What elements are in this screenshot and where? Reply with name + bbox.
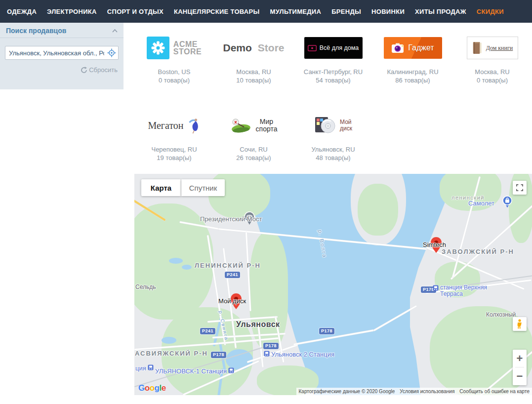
dancer-icon — [188, 117, 201, 134]
vendor-logo-gadget[interactable]: Гаджет — [373, 35, 452, 61]
map-label-ulyanovsk1-station: УЛЬЯНОВСК-1 Станция — [155, 367, 234, 375]
attribution-report-link[interactable]: Сообщить об ошибке на карте — [459, 389, 530, 394]
seller-search-panel: Поиск продавцов — [0, 23, 123, 89]
seller-search-body: Сбросить — [0, 38, 123, 74]
pond — [182, 265, 192, 270]
vendor-card-vsyo-dlya-doma: Всё для дома Санкт-Петрбург, RU 54 товар… — [293, 23, 373, 84]
pegman-control[interactable] — [513, 317, 527, 331]
map-label-kolkhozny: Колхозный — [486, 311, 516, 318]
map-label-station-cut: ция — [135, 364, 154, 372]
vendor-logo-text: Мир — [256, 118, 278, 125]
vendor-location: Москва, RU — [452, 68, 532, 76]
vendor-location: Череповец, RU — [134, 145, 214, 154]
road-badge-p178: P178 — [211, 352, 226, 358]
nav-item-stationery[interactable]: КАНЦЕЛЯРСКИЕ ТОВАРЫ — [174, 8, 260, 15]
nav-item-electronics[interactable]: ЭЛЕКТРОНИКА — [47, 8, 97, 15]
map-label-moy-disk: Мой диск — [218, 297, 246, 305]
map-type-satellite-button[interactable]: Спутник — [181, 179, 225, 196]
road-badge-p178: P178 — [319, 328, 334, 334]
map-label-ulyanovsk-city: Ульяновск — [236, 320, 280, 329]
vendor-logo-text: спорта — [256, 125, 278, 133]
nav-item-bestsellers[interactable]: ХИТЫ ПРОДАЖ — [415, 8, 466, 15]
vendor-logo-dom-knigi[interactable]: Дом книги — [452, 35, 532, 61]
riverbank-green — [249, 233, 288, 349]
vendor-location: Boston, US — [134, 68, 214, 76]
reset-label: Сбросить — [89, 66, 118, 74]
zoom-in-button[interactable]: + — [513, 350, 527, 367]
train-station-icon — [264, 351, 270, 357]
tv-icon — [308, 45, 317, 51]
vendor-logo-acme[interactable]: ACME STORE — [134, 35, 214, 61]
book-icon — [472, 40, 483, 55]
station-label-text: ция — [135, 364, 146, 372]
google-letter: g — [155, 383, 160, 393]
nav-item-sport[interactable]: СПОРТ И ОТДЫХ — [107, 8, 164, 15]
nav-item-brands[interactable]: БРЕНДЫ — [331, 8, 361, 15]
map-type-map-button[interactable]: Карта — [141, 179, 181, 196]
acme-star-icon — [147, 37, 169, 59]
vendor-location: Санкт-Петрбург, RU — [293, 68, 373, 76]
google-logo[interactable]: Google — [138, 383, 166, 393]
map-label-seld: Сельдь — [135, 283, 156, 290]
attribution-copyright: Картографические данные © 2020 Google — [299, 389, 395, 394]
camera-icon — [391, 43, 404, 53]
samolet-store-marker-icon[interactable] — [502, 196, 513, 209]
google-letter: o — [145, 383, 150, 393]
vendor-logo-megaton[interactable]: Мегатон — [134, 113, 214, 138]
nav-item-clothes[interactable]: ОДЕЖДА — [7, 8, 37, 15]
google-map[interactable]: P241 P241 P178 P178 P178 P178 Президентс… — [134, 174, 532, 395]
vendor-logo-demo-store[interactable]: DemoStore — [214, 35, 293, 61]
nav-item-discounts[interactable]: СКИДКИ — [477, 8, 504, 15]
vendor-card-gadget: Гаджет Калининград, RU 86 товар(ы) — [373, 23, 452, 84]
vendor-location: Сочи, RU — [214, 145, 293, 154]
vendor-product-count: 86 товар(ы) — [373, 76, 452, 84]
map-label-zasviyazhsky-district: АСВИЯЖСКИЙ Р-Н — [135, 350, 208, 357]
map-type-control: Карта Спутник — [141, 179, 225, 196]
vendor-logo-text: Demo — [223, 42, 251, 54]
sport-bag-icon — [230, 118, 252, 133]
geolocate-icon[interactable] — [107, 48, 116, 57]
vendor-logo-moy-disk[interactable]: Мой диск — [293, 113, 373, 138]
map-label-samolet: Самолет — [468, 200, 494, 207]
road-badge-p241: P241 — [225, 272, 240, 278]
vendor-product-count: 0 товар(ы) — [452, 76, 532, 84]
train-station-icon — [148, 364, 154, 370]
map-attribution: Картографические данные © 2020 Google Ус… — [296, 388, 532, 395]
vendor-card-moy-disk: Мой диск Ульяновск, RU 48 товар(ы) — [293, 84, 373, 162]
attribution-terms-link[interactable]: Условия использования — [400, 389, 454, 394]
fullscreen-button[interactable] — [513, 181, 527, 195]
vendor-logo-text: диск — [340, 125, 352, 132]
vendor-logo-vsyo-dlya-doma[interactable]: Всё для дома — [293, 35, 373, 61]
vendor-product-count: 54 товар(ы) — [293, 76, 373, 84]
seller-search-header: Поиск продавцов — [0, 23, 123, 38]
road-badge-p178: P178 — [263, 343, 279, 349]
vendor-logo-mir-sporta[interactable]: Мир спорта — [214, 113, 293, 138]
island-park — [358, 184, 398, 236]
zoom-out-button[interactable]: − — [513, 367, 527, 385]
train-station-icon — [228, 367, 234, 373]
fullscreen-icon — [516, 184, 523, 191]
vendor-location: Москва, RU — [214, 68, 293, 76]
vendor-logo-text: Гаджет — [408, 43, 434, 52]
nav-item-multimedia[interactable]: МУЛЬТИМЕДИА — [270, 8, 322, 15]
station-label-text: УЛЬЯНОВСК-1 Станция — [155, 367, 227, 375]
vendor-location: Калининград, RU — [373, 68, 452, 76]
reset-filters-link[interactable]: Сбросить — [5, 66, 119, 74]
pond — [162, 337, 176, 344]
vendor-location: Ульяновск, RU — [293, 145, 373, 154]
collapse-chevron-icon[interactable] — [112, 29, 118, 33]
vendor-logo-text: STORE — [173, 48, 202, 55]
map-label-simtech: Simtech — [423, 241, 446, 248]
reset-icon — [81, 67, 87, 74]
station-label-text: Ульяновск 2 Станция — [271, 351, 334, 358]
vendor-row-1: ACME STORE Boston, US 0 товар(ы) DemoSto… — [134, 23, 532, 84]
vendor-card-megaton: Мегатон Череповец, RU 19 товар(ы) — [134, 84, 214, 162]
lake — [226, 349, 253, 370]
map-label-ulyanovsk2-station: Ульяновск 2 Станция — [264, 351, 334, 358]
seller-location-input[interactable] — [5, 46, 119, 60]
top-navigation: ОДЕЖДА ЭЛЕКТРОНИКА СПОРТ И ОТДЫХ КАНЦЕЛЯ… — [0, 0, 532, 23]
vendor-product-count: 48 товар(ы) — [293, 154, 373, 162]
page: ОДЕЖДА ЭЛЕКТРОНИКА СПОРТ И ОТДЫХ КАНЦЕЛЯ… — [0, 0, 532, 404]
vendor-logo-text: Мегатон — [148, 120, 183, 131]
nav-item-new[interactable]: НОВИНКИ — [371, 8, 405, 15]
